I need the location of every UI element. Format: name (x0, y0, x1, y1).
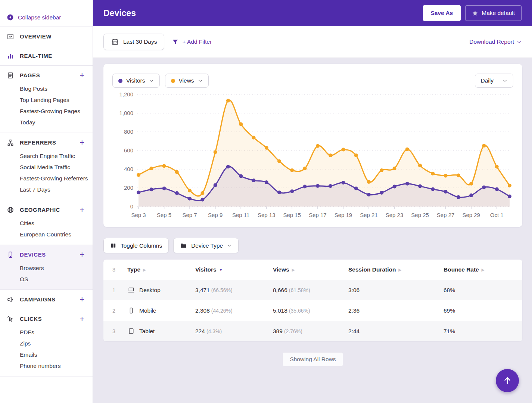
make-default-label: Make default (482, 10, 515, 16)
sidebar-section-label: CAMPAIGNS (20, 297, 56, 303)
column-header-views[interactable]: Views▶ (273, 266, 348, 273)
sidebar-subitem[interactable]: Fastest-Growing Referrers (0, 173, 93, 184)
clicks-icon (6, 315, 15, 323)
add-referrers-report-button[interactable]: + (79, 139, 85, 146)
session-duration-value: 2:36 (348, 307, 360, 314)
chevron-down-icon (503, 78, 507, 83)
sidebar-section-pages: PAGES+Blog PostsTop Landing PagesFastest… (0, 66, 93, 133)
column-header-bounce-rate[interactable]: Bounce Rate▶ (444, 266, 522, 273)
svg-text:Sep 21: Sep 21 (360, 212, 378, 218)
add-clicks-report-button[interactable]: + (79, 315, 85, 323)
collapse-sidebar-label: Collapse sidebar (18, 14, 61, 21)
add-campaigns-report-button[interactable]: + (79, 296, 85, 303)
svg-text:Sep 15: Sep 15 (283, 212, 301, 218)
visitors-percent: (4.3%) (206, 328, 222, 334)
add-filter-button[interactable]: + Add Filter (172, 38, 212, 46)
views-percent: (61.58%) (289, 287, 310, 293)
svg-text:Sep 11: Sep 11 (232, 212, 249, 218)
sidebar-subitem[interactable]: Phone numbers (0, 360, 93, 372)
save-as-button[interactable]: Save As (423, 5, 461, 21)
device-type-label: Mobile (139, 307, 156, 314)
row-index: 1 (112, 287, 127, 293)
sidebar-subitem[interactable]: PDFs (0, 327, 93, 338)
download-report-button[interactable]: Download Report (469, 38, 522, 45)
sidebar-section-label: GEOGRAPHIC (20, 207, 60, 213)
bounce-rate-value: 71% (444, 328, 455, 334)
realtime-icon (6, 52, 15, 60)
sidebar-subitem[interactable]: Cities (0, 218, 93, 229)
sidebar-item-devices[interactable]: DEVICES+ (0, 249, 93, 260)
arrow-up-icon (503, 376, 512, 385)
column-header-type[interactable]: Type▶ (127, 266, 195, 273)
pages-icon (6, 72, 15, 79)
visitors-value: 2,308 (195, 307, 210, 314)
add-pages-report-button[interactable]: + (79, 72, 85, 79)
sidebar-subitem[interactable]: OS (0, 274, 93, 285)
visitors-views-chart[interactable]: 02004006008001,0001,200Sep 3Sep 5Sep 7Se… (112, 90, 513, 223)
overview-icon (6, 33, 15, 40)
session-duration-value: 3:06 (348, 287, 360, 293)
sidebar-item-pages[interactable]: PAGES+ (0, 70, 93, 80)
views-percent: (35.66%) (289, 308, 310, 314)
sidebar-subitem[interactable]: Today (0, 117, 93, 128)
visitors-percent: (66.56%) (211, 287, 233, 293)
svg-text:Sep 13: Sep 13 (258, 212, 276, 218)
sidebar-item-overview[interactable]: OVERVIEW (0, 31, 93, 41)
table-row-count: 3 (112, 267, 127, 273)
sidebar-subitem[interactable]: European Countries (0, 229, 93, 240)
add-geographic-report-button[interactable]: + (79, 206, 85, 214)
sidebar-section-geographic: GEOGRAPHIC+CitiesEuropean Countries (0, 200, 93, 245)
campaigns-icon (6, 296, 15, 303)
sidebar-subitem[interactable]: Browsers (0, 263, 93, 274)
chevron-down-icon (198, 78, 203, 83)
column-header-visitors[interactable]: Visitors▼ (195, 266, 273, 273)
sidebar-item-clicks[interactable]: CLICKS+ (0, 314, 93, 324)
group-by-select[interactable]: Device Type (173, 238, 239, 253)
sidebar-section-overview: OVERVIEW (0, 27, 93, 46)
legend-label: Visitors (126, 77, 145, 84)
table-row-desktop[interactable]: 1Desktop3,471(66.56%)8,666(61.58%)3:0668… (103, 280, 522, 300)
add-devices-report-button[interactable]: + (79, 251, 85, 258)
sort-caret-icon: ▶ (482, 268, 485, 272)
sidebar-section-label: REFERRERS (20, 140, 56, 146)
sidebar-subitem[interactable]: Social Media Traffic (0, 162, 93, 173)
sidebar-item-referrers[interactable]: REFERRERS+ (0, 137, 93, 148)
legend-metric-select-views[interactable]: Views (165, 74, 209, 88)
sort-caret-icon: ▶ (398, 268, 401, 272)
sidebar-subitem[interactable]: Zips (0, 338, 93, 349)
column-header-session-duration[interactable]: Session Duration▶ (348, 266, 444, 273)
interval-select[interactable]: Daily (475, 74, 513, 88)
columns-icon (110, 242, 116, 249)
views-value: 5,018 (273, 307, 287, 314)
toggle-columns-button[interactable]: Toggle Columns (103, 238, 169, 253)
svg-text:Oct 1: Oct 1 (490, 212, 504, 218)
geographic-icon (6, 206, 15, 214)
page-title: Devices (103, 8, 136, 18)
sidebar-subitem[interactable]: Fastest-Growing Pages (0, 106, 93, 117)
add-filter-label: + Add Filter (182, 38, 212, 45)
sidebar-subitem[interactable]: Emails (0, 349, 93, 360)
scroll-to-top-button[interactable] (496, 369, 519, 392)
views-value: 389 (273, 328, 283, 334)
date-range-button[interactable]: Last 30 Days (103, 34, 164, 50)
visitors-value: 224 (195, 328, 205, 334)
chevron-down-icon (517, 40, 522, 44)
row-index: 3 (112, 328, 127, 334)
make-default-button[interactable]: Make default (465, 5, 522, 21)
sidebar-item-geographic[interactable]: GEOGRAPHIC+ (0, 205, 93, 215)
sidebar-subitem[interactable]: Blog Posts (0, 83, 93, 94)
sidebar-item-real-time[interactable]: REAL-TIME (0, 51, 93, 61)
sidebar-subitem[interactable]: Top Landing Pages (0, 94, 93, 106)
sidebar: Collapse sidebar OVERVIEWREAL-TIMEPAGES+… (0, 0, 93, 403)
sidebar-section-label: PAGES (20, 72, 40, 78)
legend-metric-select-visitors[interactable]: Visitors (112, 74, 160, 88)
sidebar-section-label: CLICKS (20, 316, 42, 322)
collapse-sidebar-button[interactable]: Collapse sidebar (0, 8, 93, 27)
sidebar-subitem[interactable]: Search Engine Traffic (0, 151, 93, 162)
sidebar-empty-area (0, 376, 93, 403)
table-row-mobile[interactable]: 2Mobile2,308(44.26%)5,018(35.66%)2:3669% (103, 300, 522, 321)
sidebar-subitem[interactable]: Last 7 Days (0, 184, 93, 195)
table-row-tablet[interactable]: 3Tablet224(4.3%)389(2.76%)2:4471% (103, 321, 522, 341)
session-duration-value: 2:44 (348, 328, 360, 334)
sidebar-item-campaigns[interactable]: CAMPAIGNS+ (0, 294, 93, 304)
